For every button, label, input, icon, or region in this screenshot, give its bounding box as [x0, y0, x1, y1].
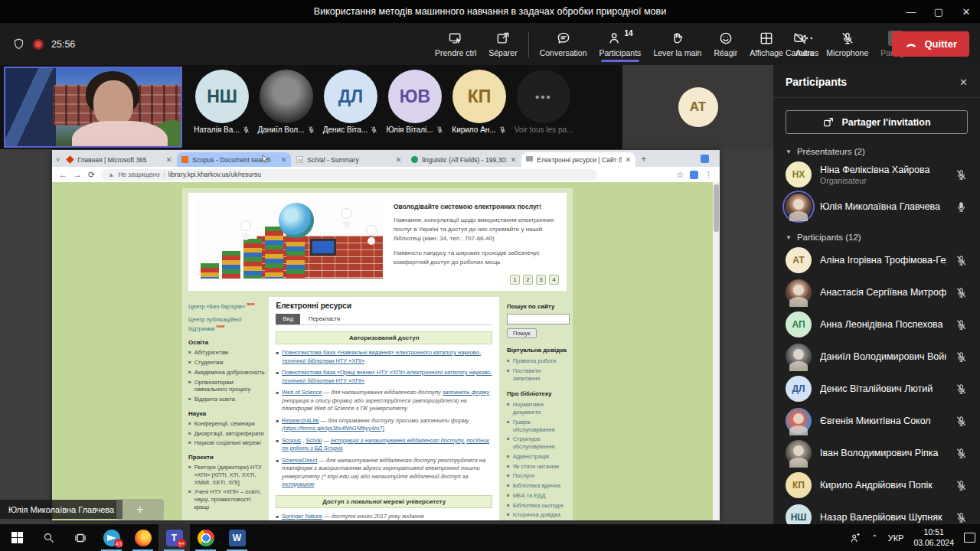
- resource-link[interactable]: інструкцією: [282, 481, 314, 487]
- taskbar-word-button[interactable]: W: [221, 524, 253, 551]
- quit-button[interactable]: Quitter: [892, 31, 969, 57]
- participant-tile[interactable]: НШНаталія Ва...: [190, 65, 254, 149]
- reload-icon[interactable]: ⟳: [88, 171, 95, 179]
- taskbar-task-view-button[interactable]: [64, 524, 96, 551]
- participant-row[interactable]: КПКирило Андрійович Попік: [773, 469, 980, 501]
- participant-row[interactable]: ДЛДенис Віталійович Лютий: [773, 373, 980, 405]
- clock[interactable]: 10:51 03.06.2024: [913, 527, 954, 548]
- scrollbar-thumb[interactable]: [714, 184, 719, 232]
- participant-row[interactable]: НШНазар Валерійович Шупняк: [773, 501, 980, 524]
- toolbar-button-conversation[interactable]: Conversation: [534, 28, 593, 60]
- right-nav-item[interactable]: ■Правила роботи: [507, 357, 570, 365]
- close-button[interactable]: ✕: [952, 0, 980, 23]
- resource-link[interactable]: Повнотекстова база «Праці вчених НТУ «ХП…: [282, 369, 492, 384]
- resource-link[interactable]: ScienceDirect: [282, 457, 317, 464]
- banner-page-button[interactable]: 1: [510, 275, 520, 285]
- mic-on-icon[interactable]: [955, 201, 968, 214]
- overflow-tile[interactable]: •••Voir tous les pa...: [511, 65, 576, 149]
- right-nav-item[interactable]: ■Нормативні документи: [507, 401, 570, 416]
- tab-close-icon[interactable]: ✕: [281, 156, 287, 164]
- participant-row[interactable]: Іван Володимирович Ріпка: [773, 437, 980, 469]
- new-tab-button[interactable]: +: [641, 154, 646, 165]
- close-panel-icon[interactable]: ✕: [959, 77, 968, 88]
- mic-off-icon[interactable]: [955, 415, 968, 428]
- mic-off-icon[interactable]: [955, 350, 968, 364]
- tab-close-icon[interactable]: ✕: [166, 156, 172, 164]
- tab-close-icon[interactable]: ✕: [396, 156, 402, 164]
- right-nav-item[interactable]: ■Адміністрація: [507, 453, 570, 461]
- taskbar-telegram-button[interactable]: 43: [96, 524, 127, 551]
- browser-tab[interactable]: Електронні ресурси | Сайт біб...✕: [521, 152, 635, 167]
- action-center-icon[interactable]: [964, 533, 975, 543]
- right-nav-item[interactable]: ■МБА та ЕДД: [507, 492, 570, 500]
- resource-link[interactable]: заповніть форму: [443, 389, 489, 396]
- mic-off-icon[interactable]: [955, 254, 968, 267]
- device-button-caméra[interactable]: Caméra: [779, 28, 820, 60]
- content-tab-перекласти[interactable]: Перекласти: [302, 314, 347, 324]
- browser-tab[interactable]: Scopus - Document search✕: [177, 152, 291, 167]
- forward-icon[interactable]: →: [74, 171, 82, 179]
- resource-link[interactable]: Web of Science: [282, 389, 322, 396]
- right-nav-item[interactable]: ■Як стати читачем: [507, 463, 570, 471]
- window-restore-icon[interactable]: [701, 155, 709, 163]
- banner-page-button[interactable]: 3: [536, 275, 546, 285]
- right-nav-item[interactable]: ■Структура обслуговування: [507, 435, 570, 451]
- device-button-microphone[interactable]: Microphone: [820, 28, 874, 60]
- browser-tab[interactable]: linguistic (All Fields) - 199,301✕: [407, 152, 521, 167]
- right-nav-item[interactable]: ■Історична довідка: [507, 511, 570, 519]
- language-indicator[interactable]: УКР: [888, 533, 904, 543]
- left-nav-item[interactable]: ■Академічна доброчесність: [188, 369, 266, 377]
- banner-page-button[interactable]: 2: [523, 275, 533, 285]
- participant-tile[interactable]: Даниїл Вол...: [254, 65, 318, 149]
- participant-row[interactable]: Анастасія Сергіївна Митрофан...: [773, 276, 980, 308]
- hidden-icons-chevron[interactable]: ⌃: [871, 533, 877, 542]
- content-tab-вид[interactable]: Вид: [276, 314, 300, 324]
- participant-tile[interactable]: ЮВЮлія Віталі...: [383, 65, 447, 149]
- mic-off-icon[interactable]: [955, 511, 968, 524]
- maximize-button[interactable]: ▢: [925, 0, 952, 23]
- back-icon[interactable]: ←: [59, 171, 67, 179]
- resource-link[interactable]: SciVal: [305, 437, 322, 444]
- left-nav-item[interactable]: ■Організаторам навчального процесу: [188, 379, 266, 394]
- left-nav-item[interactable]: ■Наукові соціальні мережі: [188, 439, 266, 447]
- page-scrollbar[interactable]: [713, 182, 720, 520]
- resource-link[interactable]: Повнотекстова база «Навчальні видання» е…: [282, 349, 481, 364]
- zoom-in-button[interactable]: +: [116, 499, 164, 520]
- right-nav-item[interactable]: ■Послуги: [507, 472, 570, 480]
- left-nav-item[interactable]: ■Ректори (директори) НТУ «ХПІ» [ХПТІ, ХТ…: [188, 464, 266, 486]
- participant-tile[interactable]: КПКирило Ан...: [447, 65, 511, 149]
- main-stage-tile[interactable]: AT: [622, 65, 773, 149]
- taskbar-search-button[interactable]: [33, 524, 64, 551]
- mic-off-icon[interactable]: [955, 479, 968, 492]
- site-search-button[interactable]: Пошук: [507, 328, 537, 338]
- left-nav-link[interactable]: Центр «Без бар'єрів»new: [188, 302, 266, 310]
- tab-close-icon[interactable]: ✕: [511, 156, 517, 164]
- mic-off-icon[interactable]: [955, 447, 968, 460]
- right-nav-item[interactable]: ■Бібліотека вдячна: [507, 482, 570, 490]
- participant-row[interactable]: Даниїл Володимирович Войно...: [773, 341, 980, 373]
- resource-link[interactable]: Research4Life: [282, 417, 318, 424]
- right-nav-item[interactable]: ■Поставити запитання: [507, 367, 570, 383]
- taskbar-start-button[interactable]: [2, 524, 33, 551]
- left-nav-item[interactable]: ■Студентам: [188, 359, 266, 367]
- url-field[interactable]: ▲ Не защищено library.kpi.kharkov.ua/uk/…: [101, 169, 597, 181]
- participant-row[interactable]: АТАліна Ігорівна Трофімова-Герм...: [773, 244, 980, 276]
- left-nav-link[interactable]: Центр публікаційної підтримкиnew: [188, 316, 266, 332]
- toolbar-button-réagir[interactable]: Réagir: [707, 28, 743, 60]
- banner-page-button[interactable]: 4: [549, 275, 559, 285]
- people-tray-icon[interactable]: [849, 532, 861, 544]
- right-nav-item[interactable]: ■Бібліотека сьогодні: [507, 502, 570, 510]
- mic-off-icon[interactable]: [955, 286, 968, 299]
- taskbar-chrome-button[interactable]: [190, 524, 221, 551]
- toolbar-button-séparer[interactable]: Séparer: [482, 28, 523, 60]
- resource-link[interactable]: Springer Nature: [282, 513, 322, 520]
- taskbar-teams-button[interactable]: T9+: [158, 524, 190, 551]
- participant-row[interactable]: НХНіна Феліксівна ХайроваOrganisateur: [773, 158, 980, 191]
- left-nav-item[interactable]: ■Дисертації, автореферати: [188, 430, 266, 438]
- mic-off-icon[interactable]: [955, 383, 968, 396]
- browser-tab[interactable]: svSciVal - Summary✕: [292, 152, 406, 167]
- site-search-input[interactable]: [507, 314, 570, 324]
- self-video-tile[interactable]: [4, 67, 182, 148]
- tab-search-chevron-icon[interactable]: ˅: [56, 156, 60, 164]
- mic-off-icon[interactable]: [955, 168, 968, 181]
